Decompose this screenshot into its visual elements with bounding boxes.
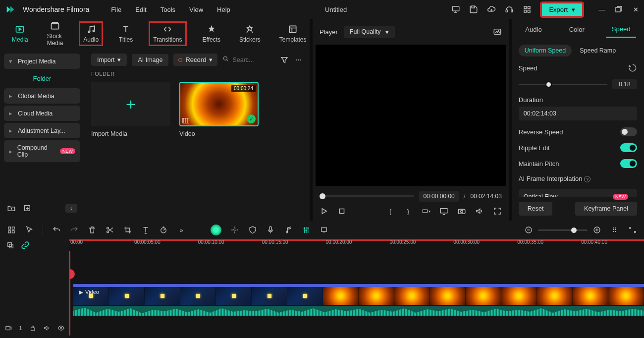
keyframe-panel-button[interactable]: Keyframe Panel <box>575 202 637 216</box>
timeline-ruler[interactable]: 00:00 00:00:05:00 00:00:10:00 00:00:15:0… <box>69 239 644 251</box>
tab-effects[interactable]: Effects <box>200 23 223 45</box>
speed-icon[interactable] <box>159 225 168 234</box>
video-clip[interactable]: ▶Video <box>73 287 644 305</box>
sidebar-folder-label[interactable]: Folder <box>4 71 80 86</box>
speed-value[interactable]: 0.18 <box>612 79 637 89</box>
reset-button[interactable]: Reset <box>519 202 553 216</box>
undo-icon[interactable] <box>52 225 61 234</box>
ai-button[interactable] <box>211 225 221 235</box>
video-box[interactable]: 00:00:24 ✓ <box>179 82 259 126</box>
tab-stock-media[interactable]: Stock Media <box>44 19 66 48</box>
dots-grid-icon[interactable]: ⠿ <box>610 225 619 234</box>
video-thumb[interactable]: 00:00:24 ✓ Video <box>179 82 259 137</box>
fullscreen-icon[interactable] <box>493 207 502 216</box>
mixer-icon[interactable] <box>302 225 311 234</box>
duration-field[interactable]: 00:02:14:03 <box>519 107 637 120</box>
export-button[interactable]: Export ▾ <box>540 2 584 17</box>
video-preview[interactable] <box>316 45 506 186</box>
sparkle-icon[interactable] <box>230 225 239 234</box>
cursor-icon[interactable] <box>25 225 34 234</box>
tab-transitions[interactable]: Transitions <box>149 21 186 46</box>
menu-edit[interactable]: Edit <box>135 6 146 13</box>
marker-icon[interactable] <box>320 225 328 234</box>
music-note-icon[interactable] <box>284 225 293 234</box>
sidebar-item-project-media[interactable]: ▾Project Media <box>4 54 80 69</box>
video-track-icon[interactable] <box>5 324 12 333</box>
redo-icon[interactable] <box>70 225 79 234</box>
menu-tools[interactable]: Tools <box>161 6 175 13</box>
lock-icon[interactable] <box>29 324 36 333</box>
tab-audio[interactable]: Audio <box>79 21 103 46</box>
ripple-toggle[interactable] <box>620 143 637 152</box>
record-button[interactable]: Record▾ <box>173 54 217 66</box>
trash-icon[interactable] <box>88 225 97 234</box>
menu-view[interactable]: View <box>189 6 203 13</box>
text-icon[interactable] <box>141 225 150 234</box>
mute-icon[interactable] <box>43 324 50 333</box>
scissors-icon[interactable] <box>106 225 114 234</box>
pitch-toggle[interactable] <box>620 159 637 168</box>
menu-file[interactable]: File <box>111 6 121 13</box>
fit-icon[interactable] <box>628 225 637 234</box>
tab-titles[interactable]: Titles <box>116 23 136 45</box>
import-button[interactable]: Import▾ <box>91 54 127 66</box>
collapse-sidebar-button[interactable]: ‹ <box>65 204 77 213</box>
sidebar-item-global-media[interactable]: ▸Global Media <box>4 88 80 104</box>
import-box[interactable]: + <box>91 82 170 126</box>
ai-image-button[interactable]: AI Image <box>132 54 168 66</box>
filter-icon[interactable] <box>280 56 289 64</box>
info-icon[interactable]: ? <box>584 176 590 182</box>
grid-icon[interactable] <box>7 225 16 234</box>
more-icon[interactable]: ⋯ <box>294 56 303 64</box>
volume-icon[interactable] <box>475 207 484 216</box>
mark-out-icon[interactable]: } <box>404 207 413 216</box>
uniform-speed-pill[interactable]: Uniform Speed <box>519 45 572 56</box>
apps-icon[interactable] <box>523 5 532 14</box>
minimize-button[interactable]: — <box>598 6 605 13</box>
camera-icon[interactable] <box>457 207 466 216</box>
new-folder-icon[interactable] <box>7 204 16 213</box>
right-tab-speed[interactable]: Speed <box>606 21 637 38</box>
sidebar-item-adjustment-layer[interactable]: ▸Adjustment Lay... <box>4 123 80 138</box>
aspect-icon[interactable]: ▾ <box>422 207 430 216</box>
quality-dropdown[interactable]: Full Quality▾ <box>344 26 395 38</box>
new-bin-icon[interactable] <box>23 204 32 213</box>
search-input[interactable] <box>232 56 272 63</box>
stop-icon[interactable] <box>337 207 346 216</box>
zoom-handle[interactable] <box>571 227 577 233</box>
mark-in-icon[interactable]: { <box>386 207 395 216</box>
tab-stickers[interactable]: Stickers <box>236 23 264 45</box>
play-icon[interactable] <box>320 207 328 216</box>
more-tools-icon[interactable]: » <box>177 225 186 234</box>
eye-icon[interactable] <box>57 324 64 333</box>
menu-help[interactable]: Help <box>217 6 230 13</box>
tab-media[interactable]: Media <box>9 23 31 45</box>
maximize-button[interactable] <box>615 6 622 13</box>
sidebar-item-cloud-media[interactable]: ▸Cloud Media <box>4 106 80 121</box>
right-tab-color[interactable]: Color <box>563 22 590 37</box>
link-icon[interactable] <box>21 241 30 250</box>
headset-icon[interactable] <box>505 5 514 14</box>
speed-ramping-tab[interactable]: Speed Ramp <box>580 47 616 54</box>
zoom-out-icon[interactable] <box>524 225 533 234</box>
cloud-icon[interactable] <box>487 5 496 14</box>
search-field[interactable] <box>222 56 275 64</box>
timeline-tracks[interactable]: ▶Video <box>69 251 644 336</box>
speed-slider[interactable]: 0.18 <box>519 79 637 89</box>
import-media-thumb[interactable]: + Import Media <box>91 82 170 137</box>
monitor-icon[interactable] <box>451 5 460 14</box>
zoom-in-icon[interactable] <box>592 225 601 234</box>
duplicate-icon[interactable] <box>6 241 15 250</box>
playhead[interactable] <box>69 251 70 336</box>
crop-icon[interactable] <box>123 225 132 234</box>
close-button[interactable]: ✕ <box>632 6 639 13</box>
zoom-track[interactable] <box>538 229 588 231</box>
right-tab-audio[interactable]: Audio <box>519 22 547 37</box>
sidebar-item-compound-clip[interactable]: ▸Compound ClipNEW <box>4 140 80 162</box>
scrub-handle[interactable] <box>320 193 325 199</box>
reverse-toggle[interactable] <box>620 127 637 136</box>
slider-handle[interactable] <box>545 81 552 88</box>
reset-speed-icon[interactable] <box>628 63 637 72</box>
display-icon[interactable] <box>439 207 448 216</box>
timeline-tracks-area[interactable]: 00:00 00:00:05:00 00:00:10:00 00:00:15:0… <box>69 239 644 338</box>
